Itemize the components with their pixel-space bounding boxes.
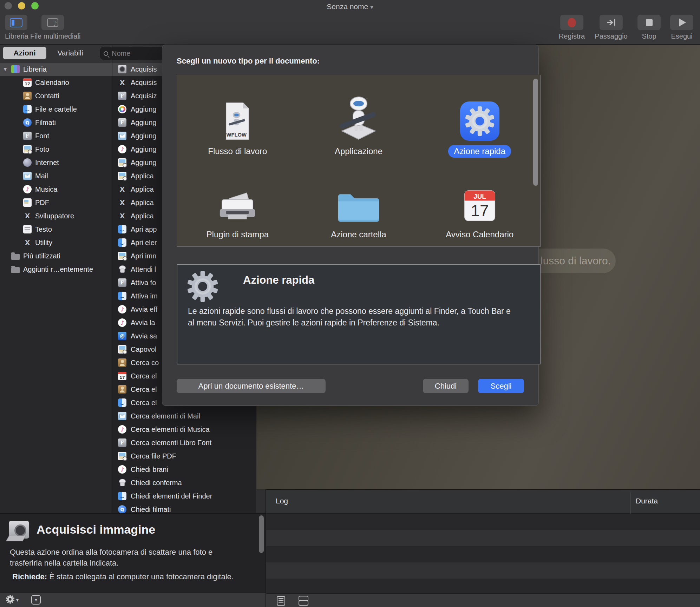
document-type-option[interactable]: WFLOW Flusso di lavoro xyxy=(177,78,298,161)
document-type-option[interactable]: Azione rapida xyxy=(419,78,540,161)
sidebar-item-icon xyxy=(11,65,20,73)
sidebar-item-label: Filmati xyxy=(35,119,56,127)
sidebar-item-icon xyxy=(23,132,32,140)
action-item-icon xyxy=(118,412,126,420)
type-info-description: Le azioni rapide sono flussi di lavoro c… xyxy=(188,305,518,329)
sidebar-item-icon xyxy=(23,118,32,127)
document-type-option[interactable]: Plugin di stampa xyxy=(177,161,298,244)
action-item-icon xyxy=(118,398,126,407)
action-item-icon xyxy=(118,452,126,460)
sidebar-item[interactable]: ▼ Libreria xyxy=(0,62,112,76)
action-item-icon xyxy=(118,185,126,193)
sidebar-item[interactable]: ▼ Testo xyxy=(0,223,112,236)
action-list-item[interactable]: Chiedi conferma xyxy=(112,476,256,489)
record-icon xyxy=(568,18,576,27)
action-list-item[interactable]: Chiedi filmati xyxy=(112,503,256,513)
tab-variabili[interactable]: Variabili xyxy=(49,47,91,59)
chevron-down-icon[interactable]: ▾ xyxy=(370,4,373,11)
document-type-option[interactable]: JUL17 Avviso Calendario xyxy=(419,161,540,244)
action-item-icon xyxy=(118,92,126,100)
sidebar-item[interactable]: ▼ Filmati xyxy=(0,116,112,129)
choose-button[interactable]: Scegli xyxy=(478,379,524,393)
sidebar-item[interactable]: ▼ File e cartelle xyxy=(0,103,112,116)
sidebar-item-label: Più utilizzati xyxy=(23,252,60,260)
action-list-item[interactable]: Chiedi elementi del Finder xyxy=(112,489,256,503)
action-item-icon xyxy=(118,118,126,127)
document-type-grid: WFLOW Flusso di lavoro Applicazione Azio… xyxy=(177,75,541,247)
action-item-label: Cerca el xyxy=(131,372,157,380)
sidebar-item-label: File e cartelle xyxy=(35,105,77,113)
log-panel: Log Durata xyxy=(266,489,700,607)
sidebar-item[interactable]: ▼ Internet xyxy=(0,156,112,169)
gear-menu-button[interactable]: ▾ xyxy=(6,595,19,605)
dialog-title: Scegli un nuovo tipo per il documento: xyxy=(177,57,320,66)
stop-icon xyxy=(646,19,653,26)
document-type-label: Applicazione xyxy=(329,145,388,158)
gear-icon xyxy=(6,595,15,605)
run-button[interactable] xyxy=(670,15,693,30)
action-list-item[interactable]: Cerca elementi di Mail xyxy=(112,409,256,423)
action-item-icon xyxy=(118,198,126,207)
open-existing-document-button[interactable]: Apri un documento esistente… xyxy=(177,379,326,393)
grid-scrollbar-thumb[interactable] xyxy=(533,79,538,186)
disclosure-triangle-icon[interactable]: ▼ xyxy=(3,66,11,72)
document-type-label: Azione rapida xyxy=(448,145,511,158)
sidebar-item[interactable]: ▼ Sviluppatore xyxy=(0,209,112,223)
sidebar-item[interactable]: ▼ Musica xyxy=(0,183,112,196)
document-type-option[interactable]: Azione cartella xyxy=(298,161,419,244)
sidebar-item[interactable]: ▼ Calendario xyxy=(0,76,112,89)
panel-toggle-button[interactable]: ▾ xyxy=(31,595,41,605)
type-info-title: Azione rapida xyxy=(243,274,314,286)
action-item-label: Acquisiz xyxy=(131,92,157,100)
sidebar-item[interactable]: ▼ Più utilizzati xyxy=(0,249,112,263)
duration-column-header[interactable]: Durata xyxy=(636,497,658,505)
record-button[interactable] xyxy=(560,15,583,30)
action-item-label: Avvia eff xyxy=(131,305,157,314)
log-view-cards-icon[interactable] xyxy=(299,596,308,606)
run-label: Esegui xyxy=(670,32,693,41)
stop-button[interactable] xyxy=(637,15,661,30)
library-toolbar-button[interactable] xyxy=(5,15,27,30)
action-item-icon xyxy=(118,292,126,300)
action-item-icon xyxy=(118,158,126,167)
action-item-icon xyxy=(118,172,126,180)
action-list-item[interactable]: Cerca file PDF xyxy=(112,449,256,463)
sidebar-item-label: PDF xyxy=(35,199,49,207)
action-item-label: Attendi l xyxy=(131,265,156,273)
action-list-item[interactable]: Cerca elementi di Musica xyxy=(112,423,256,436)
sidebar-item[interactable]: ▼ PDF xyxy=(0,196,112,209)
action-item-icon xyxy=(118,105,126,113)
svg-text:WFLOW: WFLOW xyxy=(227,132,247,138)
panel-divider xyxy=(266,489,266,607)
action-item-icon xyxy=(118,465,126,474)
step-button[interactable] xyxy=(600,15,623,30)
action-list-item[interactable]: Chiedi brani xyxy=(112,463,256,476)
sidebar-item[interactable]: ▼ Mail xyxy=(0,169,112,183)
sidebar-item[interactable]: ▼ Font xyxy=(0,129,112,143)
new-document-dialog: Scegli un nuovo tipo per il documento: W… xyxy=(162,45,539,406)
sidebar-item[interactable]: ▼ Foto xyxy=(0,143,112,156)
action-item-icon xyxy=(118,345,126,354)
svg-text:JUL: JUL xyxy=(473,193,486,200)
sidebar-item[interactable]: ▼ Utility xyxy=(0,236,112,249)
log-column-header[interactable]: Log xyxy=(276,497,288,505)
sidebar-item[interactable]: ▼ Contatti xyxy=(0,89,112,103)
close-dialog-button[interactable]: Chiudi xyxy=(423,379,469,393)
sidebar-item[interactable]: ▼ Aggiunti r…entemente xyxy=(0,263,112,276)
action-item-icon xyxy=(118,225,126,233)
action-item-label: Chiedi brani xyxy=(131,466,168,474)
log-view-list-icon[interactable] xyxy=(277,596,285,606)
document-type-option[interactable]: Applicazione xyxy=(298,78,419,161)
actions-list-scrollbar[interactable] xyxy=(259,515,264,553)
tab-azioni[interactable]: Azioni xyxy=(3,47,46,59)
document-type-icon xyxy=(460,88,499,141)
log-bottom-bar xyxy=(266,593,700,607)
action-item-icon xyxy=(118,492,126,500)
action-item-label: Aggiung xyxy=(131,119,156,127)
media-toolbar-button[interactable] xyxy=(41,15,64,30)
sidebar-panel-icon xyxy=(10,18,22,27)
sidebar-item-label: Libreria xyxy=(23,65,47,73)
action-detail-description: Questa azione ordina alla fotocamera di … xyxy=(10,547,235,568)
action-item-label: Chiedi conferma xyxy=(131,479,182,487)
action-list-item[interactable]: Cerca elementi Libro Font xyxy=(112,436,256,449)
